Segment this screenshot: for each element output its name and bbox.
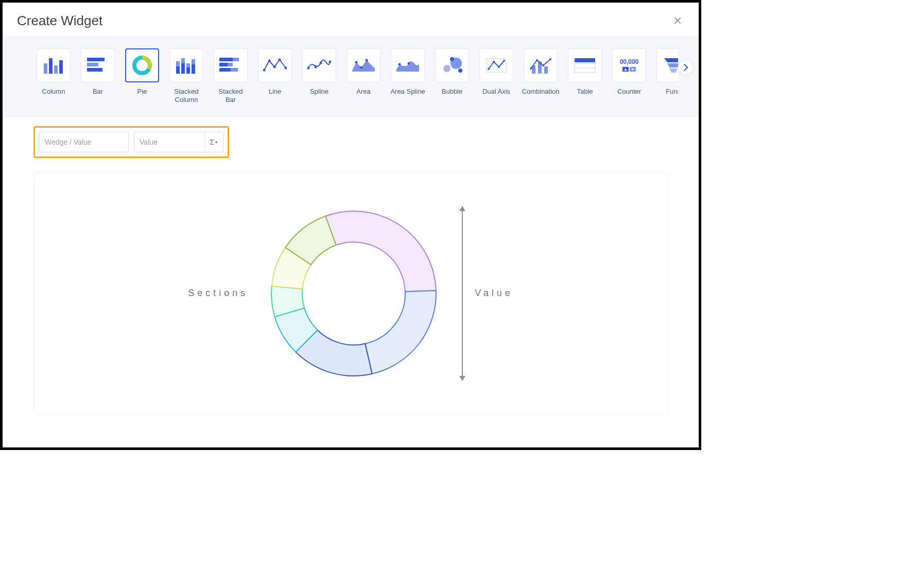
svg-point-51 [549,58,551,60]
svg-rect-5 [87,63,98,66]
chart-type-label: Table [577,88,593,96]
svg-point-50 [542,64,544,66]
preview-sections-label: Sections [188,288,248,299]
chart-type-funnel[interactable]: Funn [655,48,678,96]
bar-chart-icon [81,48,115,82]
svg-rect-8 [176,66,180,74]
svg-rect-1 [49,58,53,74]
chart-type-area-spline[interactable]: Area Spline [390,48,426,96]
donut-preview-icon [264,203,444,384]
chart-type-gallery: ColumnBarPieStacked ColumnStacked BarLin… [3,36,699,117]
svg-rect-9 [176,61,180,66]
svg-marker-58 [664,58,678,62]
chart-type-label: Counter [617,88,641,96]
chevron-right-icon [683,64,688,71]
chart-type-label: Bubble [442,88,462,96]
close-icon[interactable]: ✕ [671,13,684,29]
chart-type-table[interactable]: Table [567,48,603,96]
area-chart-icon [347,48,380,82]
wedge-value-input[interactable]: Wedge / Value [39,132,129,152]
svg-rect-3 [59,60,63,74]
svg-point-29 [320,62,322,64]
svg-rect-14 [192,64,195,74]
svg-rect-21 [231,68,238,72]
svg-point-41 [488,68,490,70]
scroll-right-button[interactable] [678,60,694,75]
funnel-chart-icon [656,48,678,82]
chart-type-label: Stacked Bar [213,88,249,105]
chart-type-dual-axis[interactable]: Dual Axis [478,48,514,96]
chart-type-label: Area [356,88,370,96]
svg-rect-17 [233,58,239,61]
chart-type-area[interactable]: Area [345,48,382,96]
svg-point-23 [268,60,271,62]
svg-rect-10 [181,63,185,74]
chart-type-label: Column [42,88,65,96]
svg-rect-16 [219,58,233,61]
svg-marker-60 [669,68,678,73]
svg-rect-18 [219,63,228,66]
chart-type-stacked-column[interactable]: Stacked Column [168,48,204,105]
config-highlight: Wedge / Value Value Σ ▾ [33,126,229,158]
svg-point-49 [536,59,538,61]
chart-type-spline[interactable]: Spline [301,48,337,96]
value-input[interactable]: Value Σ ▾ [134,132,223,152]
svg-point-35 [408,62,410,65]
aggregate-dropdown[interactable]: Σ ▾ [205,132,218,152]
svg-point-33 [366,59,368,62]
column-chart-icon [37,48,71,82]
page-title: Create Widget [17,13,102,29]
line-chart-icon [258,48,292,82]
counter-chart-icon: 00,000 [612,48,646,82]
svg-point-48 [530,67,532,70]
svg-rect-13 [186,63,190,67]
pie-chart-icon [125,48,159,82]
svg-rect-2 [54,65,58,74]
svg-rect-4 [87,58,105,61]
svg-point-39 [458,68,462,73]
caret-down-icon: ▾ [215,140,218,145]
svg-rect-11 [181,58,185,63]
chart-type-label: Spline [310,88,328,96]
chart-type-pie[interactable]: Pie [124,48,160,96]
chart-type-label: Funn [666,88,678,96]
stacked-bar-chart-icon [214,48,248,82]
sigma-icon: Σ [210,138,214,146]
chart-type-combination[interactable]: Combination [523,48,559,96]
chart-type-label: Dual Axis [482,88,510,96]
svg-rect-15 [192,59,195,64]
chart-type-column[interactable]: Column [36,48,72,96]
dual-axis-chart-icon [479,48,513,82]
chart-preview-panel: Sections Value [33,172,668,414]
spline-chart-icon [302,48,336,82]
svg-point-24 [273,66,276,68]
svg-point-36 [443,65,451,72]
area-spline-chart-icon [391,48,425,82]
svg-point-30 [329,61,332,63]
bubble-chart-icon [435,48,469,82]
svg-rect-20 [219,68,231,72]
svg-point-43 [498,66,500,68]
chart-type-counter[interactable]: 00,000Counter [611,48,647,96]
chart-type-line[interactable]: Line [257,48,293,96]
svg-point-42 [493,61,495,63]
preview-value-label: Value [475,288,513,299]
chart-type-label: Combination [522,88,560,96]
table-chart-icon [568,48,602,82]
value-placeholder: Value [140,138,158,146]
chart-type-label: Bar [93,88,103,96]
chart-type-stacked-bar[interactable]: Stacked Bar [213,48,249,105]
chart-type-bubble[interactable]: Bubble [434,48,470,96]
wedge-value-placeholder: Wedge / Value [45,138,92,146]
svg-point-31 [355,61,358,64]
combination-chart-icon [524,48,558,82]
svg-point-38 [450,57,454,61]
svg-point-34 [399,63,401,66]
chart-type-label: Area Spline [390,88,425,96]
chart-type-bar[interactable]: Bar [80,48,116,96]
svg-rect-12 [186,67,190,74]
svg-point-32 [360,66,363,69]
value-arrow-icon [459,206,465,381]
svg-rect-6 [87,68,102,72]
chart-type-label: Pie [137,88,147,96]
